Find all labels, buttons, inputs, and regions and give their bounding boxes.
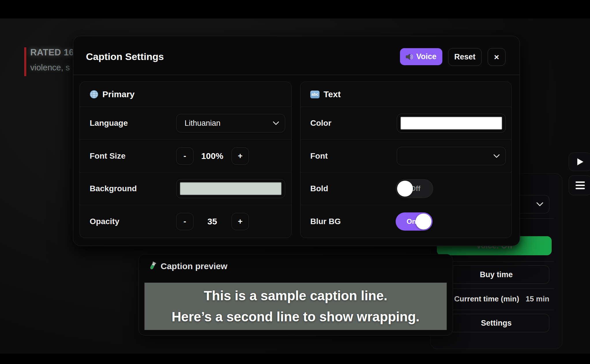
text-color-row: Color	[300, 107, 511, 140]
caption-sample-box: This is a sample caption line. Here’s a …	[144, 283, 447, 330]
toggle-knob	[397, 181, 413, 196]
rating-red-bar	[24, 47, 26, 76]
font-size-decrease-button[interactable]: -	[176, 147, 193, 165]
divider	[73, 75, 520, 75]
settings-button[interactable]: Settings	[443, 314, 549, 332]
font-size-row: Font Size - 100% +	[80, 140, 291, 172]
opacity-value: 35	[193, 217, 232, 226]
language-label: Language	[90, 119, 128, 128]
chevron-down-icon	[493, 154, 500, 158]
opacity-decrease-button[interactable]: -	[176, 213, 193, 230]
toggle-knob	[416, 213, 431, 229]
primary-panel-title: Primary	[102, 89, 135, 99]
buy-time-button[interactable]: Buy time	[443, 265, 549, 284]
font-row: Font	[300, 140, 511, 172]
play-button[interactable]	[569, 153, 590, 171]
chevron-down-icon	[273, 121, 279, 125]
menu-button[interactable]	[569, 175, 590, 195]
globe-icon	[90, 90, 98, 99]
opacity-label: Opacity	[90, 217, 119, 226]
blur-bg-toggle[interactable]: On	[396, 212, 433, 230]
current-time-value: 15 min	[526, 294, 549, 303]
caption-line-2: Here’s a second line to show wrapping.	[172, 306, 420, 327]
opacity-increase-button[interactable]: +	[232, 213, 249, 230]
background-label: Background	[90, 184, 137, 193]
modal-title: Caption Settings	[86, 51, 164, 62]
close-button[interactable]: ×	[488, 48, 506, 66]
play-icon	[577, 158, 584, 166]
divider	[439, 310, 554, 310]
text-settings-panel: abc Text Color Font Bold Off	[300, 82, 512, 238]
font-label: Font	[310, 151, 328, 161]
background-color-row: Background	[80, 172, 291, 205]
letterbox-bottom	[0, 354, 590, 364]
text-panel-title: Text	[324, 89, 341, 99]
blur-bg-label: Blur BG	[310, 217, 341, 226]
language-select[interactable]: Lithuanian	[176, 114, 285, 132]
preview-panel-title: Caption preview	[161, 261, 228, 271]
caption-preview-panel: Caption preview This is a sample caption…	[138, 254, 453, 335]
menu-icon	[576, 181, 585, 183]
divider	[439, 261, 554, 262]
opacity-row: Opacity - 35 +	[80, 205, 291, 238]
language-row: Language Lithuanian	[80, 107, 291, 140]
current-time-row: Current time (min) 15 min	[443, 291, 549, 307]
primary-settings-panel: Primary Language Lithuanian Font Size - …	[80, 82, 292, 238]
text-color-picker[interactable]	[397, 114, 506, 133]
voice-button-label: Voice	[416, 52, 436, 61]
language-value: Lithuanian	[185, 119, 221, 127]
reset-button[interactable]: Reset	[448, 48, 482, 66]
caption-settings-modal: Caption Settings Voice Reset × Primary	[73, 36, 520, 246]
text-color-swatch	[401, 117, 502, 130]
chevron-down-icon	[536, 202, 543, 206]
divider	[439, 288, 554, 289]
bold-label: Bold	[310, 184, 328, 193]
font-size-increase-button[interactable]: +	[232, 147, 249, 165]
bold-row: Bold Off	[300, 172, 511, 205]
font-size-value: 100%	[193, 151, 232, 161]
color-label: Color	[310, 119, 331, 128]
blur-bg-row: Blur BG On	[300, 205, 511, 238]
font-size-label: Font Size	[90, 151, 125, 161]
background-color-picker[interactable]	[176, 179, 285, 198]
letterbox-top	[0, 0, 590, 18]
bold-toggle[interactable]: Off	[396, 179, 433, 198]
current-time-label: Current time (min)	[454, 294, 519, 303]
abc-icon: abc	[310, 91, 320, 98]
rating-subtitle: violence, s	[30, 63, 70, 72]
rating-title: RATED 16	[30, 47, 74, 58]
blur-bg-toggle-state: On	[407, 217, 416, 226]
caption-line-1: This is a sample caption line.	[204, 285, 388, 306]
voice-settings-button[interactable]: Voice	[400, 48, 442, 65]
speaker-icon	[406, 53, 413, 60]
test-tube-icon	[149, 262, 157, 271]
background-color-swatch	[180, 182, 281, 195]
font-select[interactable]	[397, 147, 506, 165]
